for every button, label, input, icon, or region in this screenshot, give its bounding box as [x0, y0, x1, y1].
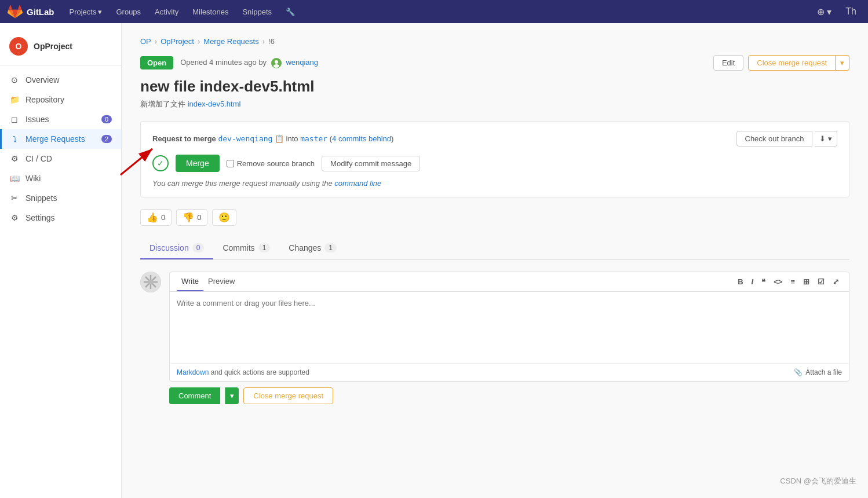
nav-snippets[interactable]: Snippets: [236, 4, 278, 20]
nav-groups[interactable]: Groups: [110, 4, 147, 20]
issues-icon: ◻: [9, 115, 20, 124]
remove-source-branch-checkbox[interactable]: [227, 160, 234, 167]
mr-tabs: Discussion 0 Commits 1 Changes 1: [140, 237, 849, 260]
toolbar-checklist[interactable]: ☑: [815, 276, 827, 287]
editor-tab-write[interactable]: Write: [177, 272, 203, 291]
toolbar-list-unordered[interactable]: ≡: [787, 276, 798, 287]
mr-panel: Request to merge dev-wenqiang 📋 into mas…: [140, 121, 849, 197]
sidebar: O OpProject ⊙ Overview 📁 Repository ◻ Is…: [0, 23, 122, 498]
new-item-button[interactable]: ⊕ ▾: [812, 4, 836, 20]
navbar-right: ⊕ ▾ Th: [812, 4, 861, 20]
navbar-links: Projects ▾ Groups Activity Milestones Sn…: [64, 4, 812, 20]
thumbs-up-reaction[interactable]: 👍 0: [140, 209, 172, 226]
thumbs-down-icon: 👎: [183, 212, 194, 223]
attach-file-button[interactable]: 📎 Attach a file: [794, 368, 842, 376]
svg-point-2: [273, 64, 279, 68]
author-link[interactable]: wenqiang: [286, 58, 318, 67]
breadcrumb: OP › OpProject › Merge Requests › !6: [140, 37, 849, 46]
checkout-branch-dropdown[interactable]: ⬇ ▾: [815, 131, 837, 147]
tab-discussion[interactable]: Discussion 0: [140, 237, 213, 259]
svg-point-1: [275, 60, 278, 64]
brand-text: GitLab: [27, 7, 54, 17]
nav-projects[interactable]: Projects ▾: [64, 4, 108, 20]
markdown-link[interactable]: Markdown: [177, 368, 209, 376]
repository-icon: 📁: [9, 95, 20, 104]
settings-icon: ⚙: [9, 213, 20, 222]
sidebar-item-snippets[interactable]: ✂ Snippets: [0, 188, 121, 208]
source-branch-link[interactable]: dev-wenqiang: [218, 134, 272, 143]
remove-source-branch-label[interactable]: Remove source branch: [227, 159, 315, 168]
tab-changes[interactable]: Changes 1: [279, 237, 346, 259]
merge-check-icon: ✓: [152, 155, 169, 171]
markdown-info: Markdown and quick actions are supported: [177, 368, 309, 376]
snippets-icon: ✂: [9, 193, 20, 203]
toolbar-list-ordered[interactable]: ⊞: [800, 276, 812, 287]
comment-editor: Write Preview B I ❝ <> ≡ ⊞ ☑ ⤢: [169, 272, 849, 382]
mr-meta: Opened 4 minutes ago by wenqiang: [180, 58, 318, 68]
comment-section: Write Preview B I ❝ <> ≡ ⊞ ☑ ⤢: [140, 272, 849, 382]
mr-subtitle-link[interactable]: index-dev5.html: [188, 100, 241, 108]
close-merge-request-button-2[interactable]: Close merge request: [243, 387, 333, 404]
nav-wrench[interactable]: 🔧: [280, 4, 301, 20]
close-merge-request-dropdown[interactable]: ▾: [836, 55, 849, 71]
merge-button[interactable]: Merge: [176, 155, 220, 172]
toolbar-code[interactable]: <>: [771, 276, 785, 287]
sidebar-item-repository[interactable]: 📁 Repository: [0, 90, 121, 109]
comment-actions: Comment ▾ Close merge request: [169, 387, 849, 404]
comment-button[interactable]: Comment: [169, 387, 220, 404]
thumbs-down-reaction[interactable]: 👎 0: [176, 209, 207, 226]
toolbar-italic[interactable]: I: [749, 276, 757, 287]
add-reaction-button[interactable]: 🙂: [212, 209, 236, 226]
breadcrumb-merge-requests[interactable]: Merge Requests: [203, 37, 258, 46]
toolbar-quote[interactable]: ❝: [758, 276, 768, 287]
mr-status-row: Open Opened 4 minutes ago by wenqiang Ed…: [140, 55, 849, 71]
user-avatar[interactable]: Th: [841, 4, 861, 19]
thumbs-up-icon: 👍: [147, 212, 158, 223]
sidebar-item-settings[interactable]: ⚙ Settings: [0, 208, 121, 228]
cicd-icon: ⚙: [9, 154, 20, 163]
comment-footer: Markdown and quick actions are supported…: [170, 363, 849, 381]
svg-line-4: [121, 149, 152, 175]
mr-cmd-text: You can merge this merge request manuall…: [152, 179, 837, 188]
command-line-link[interactable]: command line: [334, 179, 381, 188]
checkout-branch-actions: Check out branch ⬇ ▾: [736, 131, 838, 147]
chevron-down-icon: ▾: [98, 8, 102, 16]
sidebar-item-wiki[interactable]: 📖 Wiki: [0, 169, 121, 188]
sidebar-item-overview[interactable]: ⊙ Overview: [0, 70, 121, 90]
mr-branch-info: Request to merge dev-wenqiang 📋 into mas…: [152, 134, 393, 143]
edit-button[interactable]: Edit: [713, 55, 743, 71]
sidebar-project: O OpProject: [0, 32, 121, 65]
merge-requests-badge: 2: [101, 135, 112, 143]
comment-textarea[interactable]: [170, 292, 849, 361]
brand-logo[interactable]: GitLab: [7, 3, 54, 20]
merge-requests-icon: ⤵: [9, 134, 20, 144]
check-out-branch-button[interactable]: Check out branch: [736, 131, 813, 147]
breadcrumb-project[interactable]: OpProject: [161, 37, 194, 46]
nav-activity[interactable]: Activity: [149, 4, 184, 20]
commits-behind-link[interactable]: 4 commits behind: [332, 134, 391, 143]
modify-commit-message-button[interactable]: Modify commit message: [322, 156, 420, 171]
avatar: O: [9, 37, 28, 56]
mr-subtitle: 新增加了文件 index-dev5.html: [140, 99, 849, 109]
toolbar-fullscreen[interactable]: ⤢: [830, 276, 842, 287]
target-branch-link[interactable]: master: [300, 134, 327, 143]
wiki-icon: 📖: [9, 174, 20, 183]
status-badge: Open: [140, 56, 173, 69]
breadcrumb-op[interactable]: OP: [140, 37, 151, 46]
toolbar-bold[interactable]: B: [735, 276, 746, 287]
reactions-row: 👍 0 👎 0 🙂: [140, 209, 849, 226]
mr-header-actions: Edit Close merge request ▾: [713, 55, 849, 71]
nav-milestones[interactable]: Milestones: [187, 4, 234, 20]
sidebar-item-cicd[interactable]: ⚙ CI / CD: [0, 149, 121, 169]
mr-title: new file index-dev5.html: [140, 78, 849, 96]
issues-badge: 0: [101, 115, 112, 123]
tab-commits[interactable]: Commits 1: [213, 237, 279, 259]
overview-icon: ⊙: [9, 75, 20, 85]
attach-icon: 📎: [794, 368, 803, 376]
mr-merge-row: ✓ Merge Remove source branch Modify comm…: [152, 155, 837, 172]
close-merge-request-button[interactable]: Close merge request: [748, 55, 836, 71]
comment-dropdown[interactable]: ▾: [225, 387, 239, 404]
sidebar-item-merge-requests[interactable]: ⤵ Merge Requests 2: [0, 129, 121, 149]
sidebar-item-issues[interactable]: ◻ Issues 0: [0, 109, 121, 129]
editor-tab-preview[interactable]: Preview: [203, 272, 239, 291]
